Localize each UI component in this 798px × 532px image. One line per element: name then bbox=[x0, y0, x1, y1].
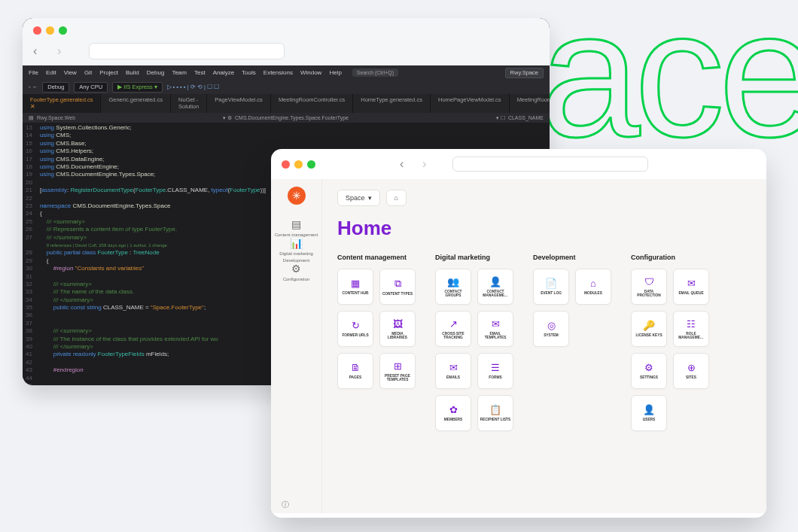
info-icon[interactable]: ⓘ bbox=[282, 500, 289, 510]
code-line[interactable]: #region "Constants and variables" bbox=[40, 265, 266, 272]
vs-tab[interactable]: HomePageViewModel.cs bbox=[431, 94, 510, 114]
tile-cross-site-tracking[interactable]: ↗CROSS-SITE TRACKING bbox=[435, 311, 471, 347]
sidebar-item-configuration[interactable]: ⚙Configuration bbox=[275, 263, 318, 281]
code-line[interactable]: /// <summary> bbox=[40, 281, 266, 288]
vs-menu-tools[interactable]: Tools bbox=[242, 69, 256, 77]
code-line[interactable]: /// </summary> bbox=[40, 234, 266, 242]
tile-contact-groups[interactable]: 👥CONTACT GROUPS bbox=[435, 269, 471, 305]
close-icon[interactable] bbox=[33, 26, 41, 35]
vs-menu-window[interactable]: Window bbox=[300, 69, 321, 77]
tile-modules[interactable]: ⌂MODULES bbox=[575, 269, 611, 305]
code-line[interactable]: using CMS.DataEngine; bbox=[40, 156, 266, 163]
vs-tab[interactable]: MeetingRoomController.cs bbox=[271, 94, 353, 114]
code-line[interactable]: #endregion bbox=[40, 366, 266, 374]
tile-content-hub[interactable]: ▦CONTENT HUB bbox=[337, 269, 373, 305]
run-button[interactable]: ▶ IIS Express ▾ bbox=[112, 82, 163, 93]
tile-sites[interactable]: ⊕SITES bbox=[673, 353, 709, 389]
code-line[interactable] bbox=[40, 273, 266, 281]
tile-event-log[interactable]: 📄EVENT LOG bbox=[533, 269, 569, 305]
vs-menu-debug[interactable]: Debug bbox=[147, 69, 165, 77]
code-line[interactable]: using CMS.DocumentEngine; bbox=[40, 163, 266, 171]
code-line[interactable]: public partial class FooterType : TreeNo… bbox=[40, 249, 266, 257]
code-line[interactable]: /// Represents a content item of type Fo… bbox=[40, 226, 266, 233]
code-line[interactable]: /// </summary> bbox=[40, 296, 266, 304]
back-icon[interactable]: ‹ bbox=[400, 157, 413, 171]
code-line[interactable]: /// The instance of the class that provi… bbox=[40, 336, 266, 343]
tile-role-manageme-[interactable]: ☷ROLE MANAGEME… bbox=[673, 311, 709, 347]
code-line[interactable] bbox=[40, 320, 266, 327]
forward-icon[interactable]: › bbox=[422, 157, 436, 171]
code-line[interactable] bbox=[40, 195, 266, 202]
code-line[interactable] bbox=[40, 359, 266, 366]
vs-tab[interactable]: HomeType.generated.cs bbox=[353, 94, 431, 114]
code-line[interactable] bbox=[40, 382, 266, 385]
code-line[interactable]: public const string CLASS_NAME = "Space.… bbox=[40, 304, 266, 312]
code-line[interactable]: { bbox=[40, 257, 266, 265]
code-line[interactable]: 0 references | David Cuff, 258 days ago … bbox=[40, 242, 266, 249]
tile-settings[interactable]: ⚙SETTINGS bbox=[631, 353, 667, 389]
kentico-logo-icon[interactable]: ✳ bbox=[288, 187, 306, 205]
sidebar-item-development[interactable]: Development bbox=[275, 256, 318, 263]
config-dropdown[interactable]: Debug bbox=[42, 82, 69, 93]
vs-menu-build[interactable]: Build bbox=[126, 69, 139, 77]
code-line[interactable]: using CMS.DocumentEngine.Types.Space; bbox=[40, 171, 266, 178]
vs-menu-file[interactable]: File bbox=[29, 69, 38, 77]
code-line[interactable]: /// </summary> bbox=[40, 343, 266, 351]
minimize-icon[interactable] bbox=[294, 160, 303, 169]
tile-preset-page-templates[interactable]: ⊞PRESET PAGE TEMPLATES bbox=[379, 353, 416, 389]
vs-menu-view[interactable]: View bbox=[64, 69, 77, 77]
address-bar[interactable] bbox=[89, 43, 285, 59]
maximize-icon[interactable] bbox=[307, 160, 315, 169]
code-line[interactable]: using CMS.Base; bbox=[40, 140, 266, 147]
vs-menu-help[interactable]: Help bbox=[329, 69, 341, 77]
tile-users[interactable]: 👤USERS bbox=[631, 395, 667, 431]
vs-menu-git[interactable]: Git bbox=[84, 69, 92, 77]
vs-tab[interactable]: NuGet - Solution bbox=[171, 94, 207, 114]
vs-menu-analyze[interactable]: Analyze bbox=[213, 69, 234, 77]
tile-members[interactable]: ✿MEMBERS bbox=[435, 395, 471, 431]
tile-system[interactable]: ◎SYSTEM bbox=[533, 311, 569, 347]
code-line[interactable]: { bbox=[40, 210, 266, 217]
address-bar[interactable] bbox=[452, 157, 648, 172]
code-line[interactable]: /// <summary> bbox=[40, 218, 266, 226]
tile-former-urls[interactable]: ↻FORMER URLS bbox=[337, 311, 373, 347]
code-line[interactable]: using CMS; bbox=[40, 132, 266, 139]
breadcrumb-center[interactable]: ▾ ⚙ CMS.DocumentEngine.Types.Space.Foote… bbox=[223, 114, 349, 121]
tile-email-templates[interactable]: ✉EMAIL TEMPLATES bbox=[477, 311, 513, 347]
vs-menu-extensions[interactable]: Extensions bbox=[263, 69, 293, 77]
vs-tab[interactable]: FooterType.generated.cs ✕ bbox=[23, 94, 101, 114]
breadcrumb-right[interactable]: ▾ ☐ CLASS_NAME bbox=[496, 114, 544, 121]
sidebar-item-content-management[interactable]: ▤Content management bbox=[275, 218, 318, 237]
tile-forms[interactable]: ☰FORMS bbox=[477, 353, 513, 389]
vs-tab[interactable]: Generic.generated.cs bbox=[101, 94, 171, 114]
tile-email-queue[interactable]: ✉EMAIL QUEUE bbox=[673, 269, 709, 305]
tile-data-protection[interactable]: 🛡DATA PROTECTION bbox=[631, 269, 667, 305]
tile-recipient-lists[interactable]: 📋RECIPIENT LISTS bbox=[477, 395, 513, 431]
minimize-icon[interactable] bbox=[46, 26, 54, 35]
vs-menu-test[interactable]: Test bbox=[194, 69, 206, 77]
home-button[interactable]: ⌂ bbox=[386, 190, 407, 206]
vs-solution-selector[interactable]: Rwy.Space bbox=[505, 68, 544, 78]
code-line[interactable]: /// <summary> bbox=[40, 327, 266, 335]
maximize-icon[interactable] bbox=[59, 26, 67, 35]
vs-menu-project[interactable]: Project bbox=[99, 69, 118, 77]
tile-pages[interactable]: 🗎PAGES bbox=[337, 353, 373, 389]
close-icon[interactable] bbox=[282, 160, 290, 169]
back-icon[interactable]: ‹ bbox=[33, 44, 50, 58]
tile-media-libraries[interactable]: 🖼MEDIA LIBRARIES bbox=[379, 311, 416, 347]
vs-menu-edit[interactable]: Edit bbox=[46, 69, 56, 77]
vs-tab[interactable]: MeetingRoomRepository.cs bbox=[510, 94, 550, 114]
code-line[interactable] bbox=[40, 375, 266, 382]
code-line[interactable]: /// The name of the data class. bbox=[40, 288, 266, 296]
sidebar-item-digital-marketing[interactable]: 📊Digital marketing bbox=[275, 237, 318, 256]
space-dropdown[interactable]: Space ▾ bbox=[337, 190, 380, 206]
code-line[interactable]: [assembly: RegisterDocumentType(FooterTy… bbox=[40, 187, 266, 194]
tile-emails[interactable]: ✉EMAILS bbox=[435, 353, 471, 389]
code-line[interactable]: private readonly FooterTypeFields mField… bbox=[40, 351, 266, 358]
vs-menu-team[interactable]: Team bbox=[172, 69, 187, 77]
code-line[interactable] bbox=[40, 312, 266, 319]
code-line[interactable] bbox=[40, 179, 266, 187]
cpu-dropdown[interactable]: Any CPU bbox=[74, 82, 108, 93]
tile-contact-manageme-[interactable]: 👤CONTACT MANAGEME… bbox=[477, 269, 513, 305]
tile-content-types[interactable]: ⧉CONTENT TYPES bbox=[379, 269, 416, 305]
